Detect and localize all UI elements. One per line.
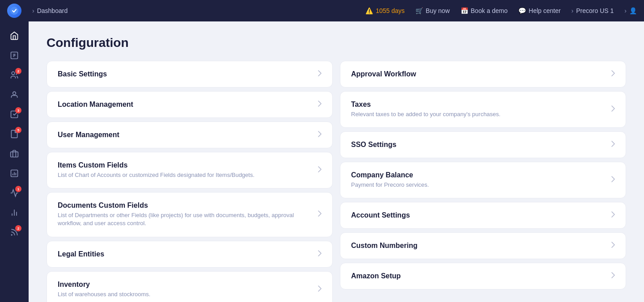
config-item-custom-numbering[interactable]: Custom Numbering: [340, 232, 626, 259]
sidebar-item-chart[interactable]: [5, 204, 23, 222]
chevron-down-icon: ›: [572, 7, 574, 14]
dashboard-label: Dashboard: [37, 7, 68, 14]
sidebar-item-tasks[interactable]: 3: [5, 105, 23, 123]
warning-icon: ⚠️: [365, 7, 373, 14]
config-item-title-sso-settings: SSO Settings: [351, 141, 606, 149]
config-item-title-items-custom-fields: Items Custom Fields: [58, 161, 313, 169]
calendar-icon: 📅: [461, 7, 468, 14]
config-item-title-custom-numbering: Custom Numbering: [351, 242, 606, 250]
config-item-approval-workflow[interactable]: Approval Workflow: [340, 61, 626, 88]
page-title: Configuration: [47, 36, 626, 50]
config-item-chevron-legal-entities: [318, 250, 322, 258]
sidebar-item-warehouse[interactable]: [5, 145, 23, 163]
user-menu[interactable]: › 👤: [624, 7, 637, 14]
users-badge: 2: [15, 68, 21, 74]
config-item-chevron-taxes: [611, 105, 615, 113]
config-item-chevron-items-custom-fields: [318, 166, 322, 174]
config-item-location-management[interactable]: Location Management: [47, 91, 333, 118]
sidebar-item-profile[interactable]: [5, 86, 23, 104]
config-item-chevron-user-management: [318, 131, 322, 139]
config-item-chevron-documents-custom-fields: [318, 210, 322, 218]
company-selector[interactable]: › Precoro US 1: [572, 7, 614, 14]
config-item-text-inventory: InventoryList of warehouses and stockroo…: [58, 281, 313, 298]
sidebar-item-home[interactable]: [5, 27, 23, 45]
config-item-subtitle-inventory: List of warehouses and stockrooms.: [58, 290, 313, 298]
sidebar: 2 3 5 1 2: [0, 21, 29, 302]
company-name: Precoro US 1: [576, 7, 614, 14]
config-item-chevron-amazon-setup: [611, 272, 615, 280]
top-navigation: › Dashboard ⚠️ 1055 days 🛒 Buy now 📅 Boo…: [0, 0, 644, 21]
svg-point-6: [13, 92, 16, 95]
config-item-text-legal-entities: Legal Entities: [58, 250, 313, 258]
trial-warning[interactable]: ⚠️ 1055 days: [365, 7, 405, 14]
config-item-title-user-management: User Management: [58, 131, 313, 139]
config-item-inventory[interactable]: InventoryList of warehouses and stockroo…: [47, 271, 333, 302]
chevron-down-icon: ›: [624, 7, 627, 14]
config-item-text-basic-settings: Basic Settings: [58, 70, 313, 78]
config-item-legal-entities[interactable]: Legal Entities: [47, 241, 333, 268]
config-item-title-location-management: Location Management: [58, 101, 313, 109]
config-item-chevron-basic-settings: [318, 70, 322, 78]
config-right-column: Approval WorkflowTaxesRelevant taxes to …: [340, 61, 626, 289]
config-item-text-documents-custom-fields: Documents Custom FieldsList of Departmen…: [58, 201, 313, 227]
sidebar-item-orders[interactable]: [5, 46, 23, 64]
app-logo: [7, 4, 21, 18]
book-demo-button[interactable]: 📅 Book a demo: [461, 7, 508, 14]
sidebar-item-documents[interactable]: 5: [5, 125, 23, 143]
config-item-sso-settings[interactable]: SSO Settings: [340, 131, 626, 158]
config-item-company-balance[interactable]: Company BalancePayment for Precoro servi…: [340, 162, 626, 198]
config-item-title-documents-custom-fields: Documents Custom Fields: [58, 201, 313, 210]
config-item-subtitle-items-custom-fields: List of Chart of Accounts or customized …: [58, 171, 313, 179]
config-item-user-management[interactable]: User Management: [47, 122, 333, 148]
config-item-text-items-custom-fields: Items Custom FieldsList of Chart of Acco…: [58, 161, 313, 179]
config-item-documents-custom-fields[interactable]: Documents Custom FieldsList of Departmen…: [47, 192, 333, 237]
config-item-chevron-location-management: [318, 101, 322, 109]
config-item-text-company-balance: Company BalancePayment for Precoro servi…: [351, 171, 606, 189]
config-item-subtitle-company-balance: Payment for Precoro services.: [351, 181, 606, 189]
svg-point-12: [11, 235, 12, 235]
warning-days: 1055 days: [376, 7, 405, 14]
config-item-taxes[interactable]: TaxesRelevant taxes to be added to your …: [340, 91, 626, 128]
sidebar-item-analytics[interactable]: 1: [5, 184, 23, 202]
config-item-basic-settings[interactable]: Basic Settings: [47, 61, 333, 88]
config-left-column: Basic SettingsLocation ManagementUser Ma…: [47, 61, 333, 302]
config-item-title-amazon-setup: Amazon Setup: [351, 272, 606, 280]
documents-badge: 5: [15, 127, 21, 133]
svg-point-0: [10, 7, 18, 15]
config-item-title-approval-workflow: Approval Workflow: [351, 70, 606, 78]
config-item-title-company-balance: Company Balance: [351, 171, 606, 179]
config-item-text-amazon-setup: Amazon Setup: [351, 272, 606, 280]
config-item-text-approval-workflow: Approval Workflow: [351, 70, 606, 78]
sidebar-item-reports[interactable]: [5, 164, 23, 182]
config-item-text-custom-numbering: Custom Numbering: [351, 242, 606, 250]
svg-point-5: [12, 72, 15, 75]
config-item-chevron-inventory: [318, 285, 322, 294]
help-center-label: Help center: [529, 7, 561, 14]
config-item-items-custom-fields[interactable]: Items Custom FieldsList of Chart of Acco…: [47, 152, 333, 189]
sidebar-item-users[interactable]: 2: [5, 66, 23, 84]
main-content: Configuration Basic SettingsLocation Man…: [29, 21, 644, 302]
book-demo-label: Book a demo: [471, 7, 508, 14]
svg-rect-7: [11, 152, 18, 157]
config-item-title-inventory: Inventory: [58, 281, 313, 289]
config-item-chevron-account-settings: [611, 211, 615, 219]
tasks-badge: 3: [15, 107, 21, 113]
sidebar-item-feed[interactable]: 2: [5, 223, 23, 241]
config-item-chevron-approval-workflow: [611, 70, 615, 78]
help-center-button[interactable]: 💬 Help center: [518, 7, 561, 14]
config-item-subtitle-documents-custom-fields: List of Departments or other Fields (lik…: [58, 211, 313, 227]
config-grid: Basic SettingsLocation ManagementUser Ma…: [47, 61, 626, 302]
config-item-title-legal-entities: Legal Entities: [58, 250, 313, 258]
buy-now-button[interactable]: 🛒 Buy now: [415, 7, 450, 14]
dashboard-nav[interactable]: › Dashboard: [32, 7, 68, 14]
config-item-subtitle-taxes: Relevant taxes to be added to your compa…: [351, 110, 606, 118]
config-item-title-basic-settings: Basic Settings: [58, 70, 313, 78]
dashboard-chevron: ›: [32, 7, 34, 14]
config-item-text-sso-settings: SSO Settings: [351, 141, 606, 149]
config-item-account-settings[interactable]: Account Settings: [340, 202, 626, 229]
cart-icon: 🛒: [415, 7, 423, 14]
config-item-title-account-settings: Account Settings: [351, 211, 606, 219]
config-item-amazon-setup[interactable]: Amazon Setup: [340, 263, 626, 289]
config-item-text-taxes: TaxesRelevant taxes to be added to your …: [351, 101, 606, 118]
feed-badge: 2: [15, 225, 21, 231]
